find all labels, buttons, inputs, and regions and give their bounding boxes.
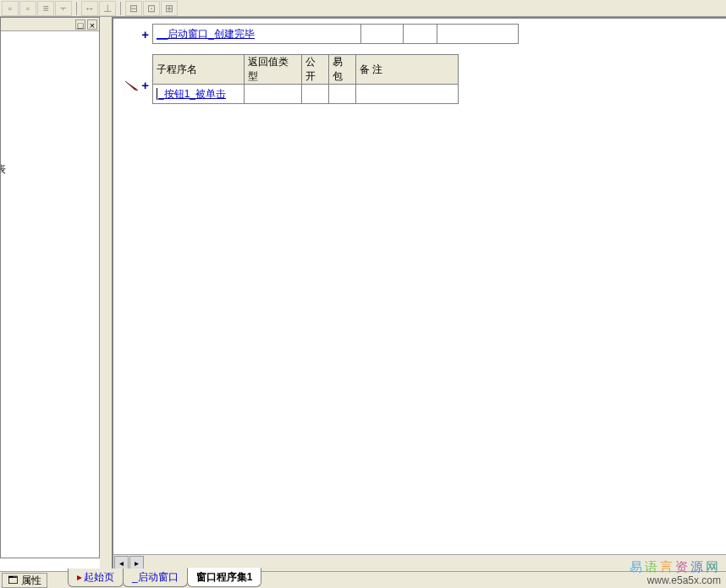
gutter: +	[113, 46, 152, 96]
toolbar-button[interactable]: ▫	[19, 1, 36, 16]
toolbar-separator	[76, 2, 78, 15]
call-table: __启动窗口_创建完毕	[152, 24, 519, 44]
code-editor-area[interactable]: + __启动窗口_创建完毕	[113, 19, 726, 554]
gutter: +	[113, 24, 152, 46]
vertical-splitter[interactable]	[100, 17, 112, 571]
table-header-row: 子程序名 返回值类型 公开 易包 备 注	[153, 55, 459, 85]
tab-startup-window[interactable]: _启动窗口	[123, 569, 188, 587]
main-toolbar: ▫ ▫ ≡ ⫟ ↔ ⊥ ⊟ ⊡ ⊞	[0, 0, 726, 17]
expand-icon[interactable]: +	[141, 80, 149, 91]
subroutine-table: 子程序名 返回值类型 公开 易包 备 注 _按钮1_被单击	[152, 54, 459, 104]
header-yibao: 易包	[329, 55, 356, 85]
code-row: + 子程序名 返回值类型 公开 易包 备 注 _按钮1_被单击	[113, 46, 726, 104]
header-public: 公开	[302, 55, 329, 85]
header-note: 备 注	[356, 55, 459, 85]
tab-window-procedure[interactable]: 窗口程序集1	[187, 568, 262, 587]
sub-name-cell[interactable]: _按钮1_被单击	[153, 85, 245, 104]
expand-icon[interactable]: +	[141, 29, 149, 41]
call-name-cell[interactable]: __启动窗口_创建完毕	[153, 25, 361, 44]
properties-tab[interactable]: 🗔 属性	[2, 573, 47, 588]
table-row: __启动窗口_创建完毕	[153, 25, 519, 44]
call-cell[interactable]	[437, 25, 519, 44]
code-row: + __启动窗口_创建完毕	[113, 24, 726, 46]
toolbar-button[interactable]: ▫	[2, 1, 19, 16]
toolbar-button[interactable]: ⊟	[125, 1, 142, 16]
side-panel-body: 表	[1, 31, 99, 558]
subroutine-link[interactable]: _按钮1_被单击	[158, 88, 226, 100]
pen-icon	[124, 80, 140, 91]
tab-label: _启动窗口	[132, 571, 179, 583]
toolbar-button[interactable]: ⊥	[99, 1, 116, 16]
header-name: 子程序名	[153, 55, 245, 85]
side-panel: □ × 表	[0, 17, 100, 558]
watermark-title: 易语言资源网	[630, 559, 721, 574]
call-cell[interactable]	[361, 25, 404, 44]
main-area: □ × 表 + __启动窗口_创建完毕	[0, 17, 726, 571]
properties-label: 属性	[21, 574, 41, 588]
watermark-url: www.e5a5x.com	[630, 574, 721, 586]
sub-public-cell[interactable]	[302, 85, 329, 104]
editor-tabs: ▸起始页 _启动窗口 窗口程序集1	[68, 571, 261, 588]
table-row: _按钮1_被单击	[153, 85, 459, 104]
call-link[interactable]: __启动窗口_创建完毕	[157, 28, 255, 40]
tab-label: 窗口程序集1	[196, 571, 253, 583]
toolbar-button[interactable]: ⫟	[55, 1, 72, 16]
toolbar-button[interactable]: ≡	[37, 1, 54, 16]
toolbar-button[interactable]: ↔	[81, 1, 98, 16]
code-editor-panel: + __启动窗口_创建完毕	[112, 17, 726, 571]
toolbar-separator	[120, 2, 122, 15]
tab-label: 起始页	[84, 571, 114, 583]
close-icon[interactable]: ×	[87, 19, 97, 30]
side-panel-clipped-text: 表	[1, 162, 6, 177]
tab-prefix-icon: ▸	[77, 571, 82, 583]
watermark: 易语言资源网 www.e5a5x.com	[630, 559, 721, 586]
properties-icon: 🗔	[8, 574, 18, 586]
call-cell[interactable]	[404, 25, 437, 44]
sub-note-cell[interactable]	[356, 85, 459, 104]
sub-yibao-cell[interactable]	[329, 85, 356, 104]
toolbar-button[interactable]: ⊡	[143, 1, 160, 16]
pin-icon[interactable]: □	[75, 19, 85, 30]
tab-start-page[interactable]: ▸起始页	[68, 569, 124, 587]
toolbar-button[interactable]: ⊞	[161, 1, 178, 16]
text-cursor	[157, 88, 157, 100]
bottom-bar: 🗔 属性 ▸起始页 _启动窗口 窗口程序集1 易语言资源网 www.e5a5x.…	[0, 571, 726, 588]
header-return: 返回值类型	[245, 55, 302, 85]
side-panel-titlebar: □ ×	[1, 18, 99, 31]
sub-return-cell[interactable]	[245, 85, 302, 104]
